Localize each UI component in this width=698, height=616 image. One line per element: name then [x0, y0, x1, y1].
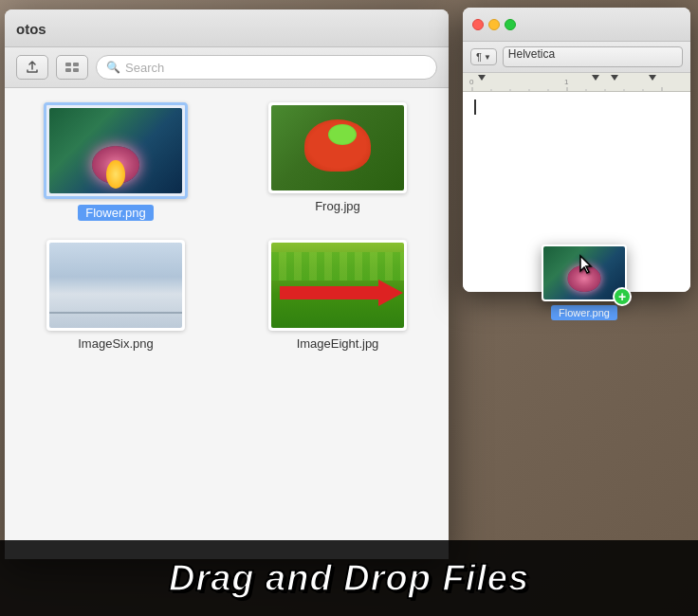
lake-image: [49, 243, 182, 328]
maximize-button[interactable]: [505, 19, 516, 30]
arrow-shaft: [280, 280, 403, 306]
close-button[interactable]: [472, 19, 484, 30]
drag-filename-label: Flower.png: [551, 305, 617, 320]
arrow-container: [280, 280, 403, 306]
svg-marker-20: [649, 75, 656, 81]
textedit-titlebar: [463, 8, 690, 42]
list-item[interactable]: Frog.jpg: [241, 102, 434, 221]
flower-image: [49, 108, 182, 193]
drag-arrow: [280, 280, 403, 306]
ruler: 0 1: [463, 73, 690, 92]
search-icon: 🔍: [106, 61, 120, 74]
svg-marker-18: [592, 75, 599, 81]
photos-titlebar: otos: [5, 9, 449, 47]
frog-image: [271, 105, 404, 190]
traffic-lights: [472, 19, 516, 30]
ruler-svg: 0 1: [463, 73, 690, 92]
share-button[interactable]: [16, 55, 48, 80]
paragraph-symbol: ¶: [476, 51, 482, 63]
svg-marker-17: [478, 75, 486, 81]
frog-img-render: [271, 105, 404, 190]
flower-thumbnail[interactable]: [44, 102, 188, 199]
list-item[interactable]: Flower.png: [19, 102, 212, 221]
search-bar[interactable]: 🔍 Search: [96, 55, 437, 80]
font-selector[interactable]: Helvetica: [503, 46, 683, 67]
paragraph-button[interactable]: ¶ ▼: [470, 48, 497, 65]
drag-badge: +: [613, 287, 632, 306]
minimize-button[interactable]: [488, 19, 500, 30]
photos-title: otos: [16, 21, 46, 37]
lake-img-render: [49, 243, 182, 328]
imagesix-label: ImageSix.png: [78, 336, 154, 351]
flower-img-render: [49, 108, 182, 193]
imagesix-thumbnail[interactable]: [46, 240, 185, 331]
list-item[interactable]: ImageSix.png: [19, 240, 212, 351]
svg-text:1: 1: [564, 78, 569, 86]
cursor-icon: [579, 254, 596, 280]
bottom-title: Drag and Drop Files: [169, 558, 529, 599]
search-placeholder: Search: [125, 61, 164, 75]
imageeight-label: ImageEight.jpg: [297, 336, 379, 351]
svg-rect-1: [73, 63, 79, 66]
view-toggle-button[interactable]: [56, 55, 88, 80]
svg-marker-19: [611, 75, 618, 81]
svg-rect-0: [65, 63, 71, 66]
svg-text:0: 0: [469, 78, 474, 86]
text-cursor: [474, 100, 476, 115]
frog-label: Frog.jpg: [315, 199, 360, 213]
textedit-toolbar: ¶ ▼ Helvetica: [463, 42, 690, 73]
flower-label: Flower.png: [78, 205, 154, 221]
paragraph-dropdown-arrow: ▼: [484, 53, 491, 62]
photos-toolbar: 🔍 Search: [5, 47, 449, 88]
svg-rect-2: [65, 68, 71, 72]
bottom-bar: Drag and Drop Files: [0, 540, 698, 616]
font-name: Helvetica: [508, 47, 555, 61]
photo-grid: Flower.png Frog.jpg ImageSix.png: [5, 88, 449, 559]
frog-thumbnail[interactable]: [268, 102, 407, 193]
svg-rect-3: [73, 68, 79, 72]
svg-marker-21: [580, 256, 591, 273]
